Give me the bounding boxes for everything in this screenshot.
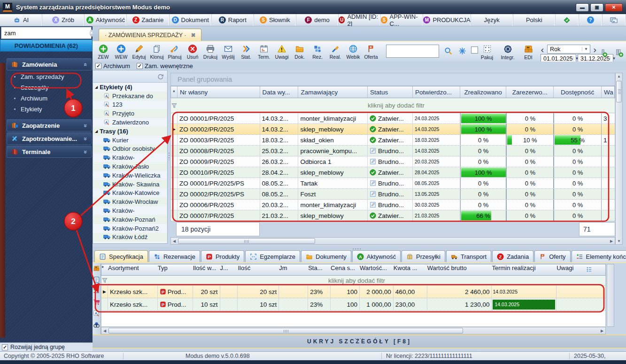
order-row[interactable]: ZO 00002/PR/2025/PS08.05.2...FosztBrudno… — [171, 189, 615, 200]
cart-strip-icon[interactable] — [93, 299, 100, 306]
column-header-data-wy[interactable]: Data wy... — [260, 86, 299, 98]
column-header-termin-realizacji[interactable]: Termin realizacji — [492, 264, 556, 275]
grid-horizontal-scrollbar[interactable]: ◀ ▶ — [170, 237, 615, 245]
edi-strip-icon[interactable] — [93, 265, 100, 272]
sidebar-group-zaopatrzenie[interactable]: Zaopatrzenie» — [7, 119, 92, 132]
tree-group-trasy-16[interactable]: ◢Trasy (16) — [93, 127, 167, 136]
column-header-sta[interactable]: Sta... — [308, 264, 331, 275]
detail-tab-przesyłki[interactable]: Przesyłki — [402, 250, 445, 262]
previous-period-icon[interactable]: ‹ — [541, 45, 544, 55]
menu-item-polski[interactable]: Polski — [513, 14, 556, 26]
scrollbar-thumb[interactable] — [108, 328, 463, 333]
scroll-left-icon[interactable]: ◀ — [101, 329, 108, 333]
toolbar-button-rez[interactable]: Rez. — [309, 43, 326, 60]
column-header-j[interactable]: J... — [220, 264, 238, 275]
sidebar-search[interactable]: ✕ — [1, 27, 92, 39]
toolbar-button-oferta[interactable]: Oferta — [362, 43, 380, 60]
menu-item-produkcja[interactable]: MPRODUKCJA — [423, 14, 471, 26]
tree-item-kraków-wrocław[interactable]: Kraków-Wrocław — [93, 197, 167, 206]
column-header-wa[interactable]: Wa — [602, 86, 615, 98]
detail-tab-aktywność[interactable]: AAktywność — [352, 250, 401, 262]
search-icon[interactable] — [444, 46, 453, 55]
sidebar-group-terminale[interactable]: Terminale» — [7, 146, 92, 158]
column-header-dostępność[interactable]: Dostępność — [554, 86, 602, 98]
column-header-ilość-w[interactable]: Ilość w... — [193, 264, 220, 275]
toolbar-button-edi[interactable]: EDI — [518, 43, 539, 60]
grid-vertical-scrollbar[interactable]: ▲ ▼ — [615, 73, 623, 245]
detail-tab-produkty[interactable]: PProdukty — [201, 250, 244, 262]
specification-row[interactable]: ▶Krzesło szk...PProd...20 szt20 szt23%10… — [101, 286, 605, 298]
sidebar-item-etykiety[interactable]: Etykiety — [0, 104, 93, 115]
column-header-wartość-brutto[interactable]: Wartość brutto — [427, 264, 492, 275]
detail-horizontal-scrollbar[interactable]: ◀ ▶ — [101, 327, 606, 334]
toolbar-button-pakuj[interactable]: Pakuj — [477, 43, 497, 60]
menu-item-aktywność[interactable]: AAktywność — [85, 14, 127, 26]
order-row[interactable]: ZO 00003/PR/202518.03.2...skład_okienZat… — [171, 135, 615, 146]
sidebar-item-archiwum[interactable]: Archiwum — [0, 93, 93, 104]
toolbar-button-usuń[interactable]: Usuń — [184, 43, 201, 60]
tree-item-kraków-poznań2[interactable]: Kraków-Poznań2 — [93, 224, 167, 233]
add-column-icon[interactable] — [599, 48, 608, 57]
sidebar-search-input[interactable] — [1, 30, 90, 37]
toolbar-button-dok[interactable]: Dok. — [291, 43, 309, 60]
column-chooser-icon[interactable] — [586, 266, 593, 273]
menu-item-dokument[interactable]: DDokument — [170, 14, 212, 26]
next-period-icon[interactable]: › — [593, 45, 597, 55]
toolbar-button-edytuj[interactable]: Edytuj — [130, 43, 148, 60]
menu-item-słownik[interactable]: SSłownik — [254, 14, 296, 26]
sidebar-item-szczegóły[interactable]: Szczegóły — [0, 82, 93, 93]
menu-item-screens[interactable] — [603, 14, 626, 26]
scroll-left-icon[interactable]: ◀ — [171, 239, 178, 243]
sidebar-group-zamówienia[interactable]: Zamówienia« — [7, 58, 92, 70]
toolbar-search-input[interactable] — [386, 45, 439, 57]
column-header-wartość[interactable]: Wartość... — [360, 264, 394, 275]
menu-item-admin-id-2[interactable]: UADMIN [ID: 2] — [339, 14, 381, 26]
toolbar-button-drukuj[interactable]: Drukuj — [201, 43, 219, 60]
tree-item-przyjęto[interactable]: APrzyjęto — [93, 109, 167, 118]
column-header-cena-s[interactable]: Cena s... — [331, 264, 360, 275]
tree-item-odbior-osobisty[interactable]: Odbior osobisty — [93, 145, 167, 154]
column-header-uwagi[interactable]: Uwagi — [556, 264, 605, 275]
toolbar-button-zew[interactable]: ZEW — [94, 43, 112, 60]
notifications-banner[interactable]: POWIADOMIENIA (62) — [0, 39, 93, 52]
scroll-down-icon[interactable]: ▼ — [616, 239, 622, 243]
column-header-zarezerwo[interactable]: Zarezerwo... — [506, 86, 554, 98]
scroll-right-icon[interactable]: ▶ — [608, 239, 615, 243]
column-header-zamawiający[interactable]: Zamawiający — [298, 86, 368, 98]
menu-item-help[interactable]: ? — [579, 14, 603, 26]
detail-tab-egzemplarze[interactable]: Egzemplarze — [245, 250, 300, 262]
order-row[interactable]: ZO 00008/PR/202525.03.2...pracownie_komp… — [171, 146, 615, 156]
detail-tab-transport[interactable]: Transport — [446, 250, 491, 262]
toolbar-search-field[interactable] — [386, 45, 439, 58]
hide-details-bar[interactable]: ···· UKRYJ SZCZEGÓŁY [F8] — [93, 334, 626, 349]
elements-strip-icon[interactable] — [93, 287, 100, 294]
order-row[interactable]: ZO 00001/PR/2025/PS08.05.2...TartakBrudn… — [171, 178, 615, 189]
scroll-right-icon[interactable]: ▶ — [599, 329, 605, 333]
expand-one-group-checkbox[interactable]: ✓ Rozwijaj jedną grupę — [0, 342, 93, 351]
column-header-status[interactable]: Status — [368, 86, 413, 98]
tree-item-kraków-katowice[interactable]: Kraków-Katowice — [93, 189, 167, 198]
column-header-kwota[interactable]: Kwota ... — [394, 264, 427, 275]
order-row[interactable]: ZO 00010/PR/202528.04.2...sklep_meblowyZ… — [171, 167, 615, 178]
detail-vertical-scrollbar[interactable] — [607, 264, 614, 327]
toolbar-button-integr[interactable]: Integr. — [497, 43, 518, 60]
detail-tab-rezerwacje[interactable]: Rezerwacje — [149, 250, 200, 262]
spec-strip-icon[interactable] — [93, 276, 100, 283]
tree-item-zatwierdzono[interactable]: AZatwierdzono — [93, 118, 167, 127]
toolbar-button-planuj[interactable]: Planuj — [166, 43, 184, 60]
tree-item-kurier[interactable]: Kurier — [93, 136, 167, 145]
column-header-typ[interactable]: Typ — [158, 264, 193, 275]
tree-group-etykiety-4[interactable]: ◢Etykiety (4) — [93, 83, 167, 92]
tree-item-kraków-wieliczka[interactable]: Kraków-Wieliczka — [93, 171, 167, 180]
toolbar-button-stat[interactable]: Stat. — [237, 43, 255, 60]
toolbar-button-term[interactable]: Term. — [255, 43, 273, 60]
toolbar-button-wyślij[interactable]: Wyślij — [219, 43, 237, 60]
scroll-up-icon[interactable]: ▲ — [616, 74, 622, 78]
sidebar-item-zam-sprzedaży[interactable]: Zam. sprzedaży — [0, 71, 93, 82]
circles-strip-icon[interactable] — [93, 321, 100, 328]
minimize-button[interactable]: ▬ — [576, 3, 589, 12]
scrollbar-thumb[interactable] — [178, 238, 315, 244]
specification-row[interactable]: Krzesło szk...PProd...10 szt10 szt23%100… — [101, 298, 605, 311]
toolbar-button-uwagi[interactable]: Uwagi — [273, 43, 291, 60]
checkbox-zam-wewnętrzne[interactable]: ✓Zam. wewnętrzne — [137, 62, 193, 70]
